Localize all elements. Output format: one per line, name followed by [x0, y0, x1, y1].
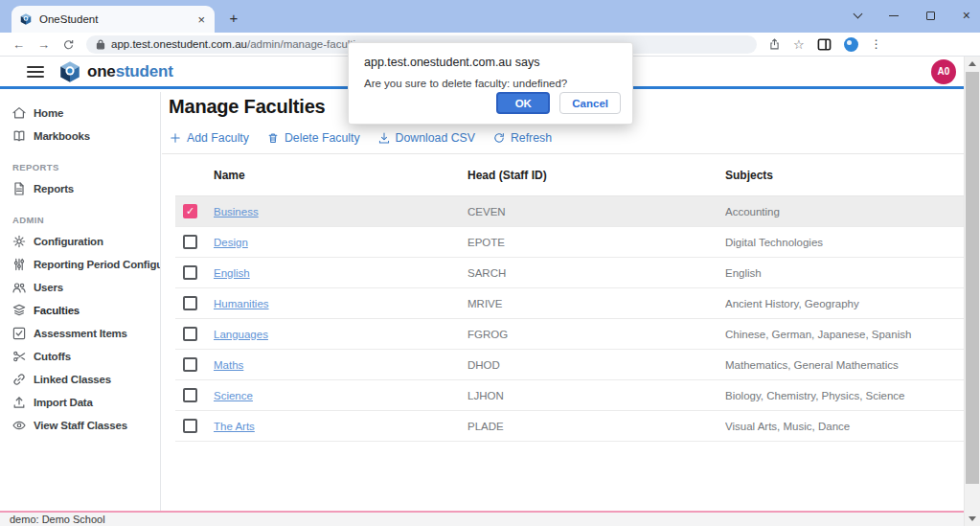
sidebar-item-cutoffs[interactable]: Cutoffs: [11, 345, 160, 368]
url-domain: app.test.onestudent.com.au: [111, 38, 247, 50]
faculty-name-link[interactable]: Languages: [214, 329, 268, 340]
profile-icon[interactable]: [844, 37, 858, 52]
browser-tab[interactable]: OneStudent ×: [11, 6, 215, 33]
faculty-name-link[interactable]: Maths: [214, 359, 243, 371]
refresh-icon: [492, 131, 506, 145]
sidebar-item-view-staff-classes[interactable]: View Staff Classes: [11, 414, 160, 437]
sidebar-item-label: Reports: [34, 183, 74, 194]
forward-icon[interactable]: →: [37, 38, 50, 51]
faculty-head-cell: EPOTE: [467, 237, 725, 248]
ok-button[interactable]: OK: [496, 92, 550, 114]
refresh-button[interactable]: Refresh: [492, 131, 552, 145]
sidebar-item-home[interactable]: Home: [11, 102, 160, 125]
faculty-name-link[interactable]: The Arts: [214, 421, 255, 432]
user-avatar[interactable]: A0: [931, 59, 956, 84]
delete-faculty-button[interactable]: Delete Faculty: [266, 131, 360, 145]
faculty-head-cell: SARCH: [467, 267, 725, 279]
column-header-name: Name: [214, 169, 467, 182]
download-icon: [377, 131, 391, 145]
row-checkbox[interactable]: ✓: [183, 204, 197, 218]
faculty-name-cell: The Arts: [214, 421, 467, 432]
row-checkbox[interactable]: [183, 296, 197, 310]
toolbar-button-label: Refresh: [511, 131, 552, 145]
hamburger-menu-icon[interactable]: [27, 66, 44, 78]
confirm-dialog: app.test.onestudent.com.au says Are you …: [348, 42, 633, 125]
column-header-head: Head (Staff ID): [467, 169, 725, 182]
row-checkbox[interactable]: [183, 419, 197, 433]
column-header-subjects: Subjects: [725, 169, 964, 182]
faculty-head-cell: LJHON: [467, 390, 725, 401]
faculty-name-cell: Languages: [214, 329, 467, 340]
faculty-name-link[interactable]: English: [214, 267, 250, 279]
side-panel-icon[interactable]: [817, 38, 832, 51]
document-icon: [11, 181, 27, 196]
sidebar-nav: HomeMarkbooksREPORTSReportsADMINConfigur…: [0, 92, 161, 511]
row-checkbox[interactable]: [183, 388, 197, 402]
row-checkbox[interactable]: [183, 357, 197, 372]
dialog-source-text: app.test.onestudent.com.au says: [364, 56, 617, 69]
faculty-name-link[interactable]: Design: [214, 237, 248, 248]
sidebar-item-linked-classes[interactable]: Linked Classes: [11, 368, 160, 391]
close-icon[interactable]: ×: [963, 9, 970, 22]
reload-icon[interactable]: [62, 38, 75, 51]
scrollbar-thumb[interactable]: [966, 72, 979, 484]
faculty-name-link[interactable]: Humanities: [214, 298, 269, 309]
sidebar-item-label: Markbooks: [34, 130, 90, 142]
faculty-subjects-cell: Visual Arts, Music, Dance: [725, 421, 964, 432]
sidebar-item-reporting-period-configuration[interactable]: Reporting Period Configuration: [11, 253, 160, 276]
table-row: HumanitiesMRIVEAncient History, Geograph…: [175, 288, 964, 319]
scroll-down-arrow-icon[interactable]: [965, 512, 980, 526]
share-icon[interactable]: [768, 38, 781, 51]
brand-wordmark: onestudent: [87, 62, 173, 81]
sidebar-item-label: Assessment Items: [34, 328, 127, 339]
row-checkbox[interactable]: [183, 235, 197, 249]
sidebar-item-reports[interactable]: Reports: [11, 177, 160, 200]
sidebar-item-markbooks[interactable]: Markbooks: [11, 125, 160, 148]
faculty-name-link[interactable]: Business: [214, 206, 259, 217]
browser-menu-icon[interactable]: ⋮: [871, 37, 882, 51]
toolbar-button-label: Delete Faculty: [285, 131, 360, 145]
eye-icon: [11, 418, 27, 433]
dialog-actions: OK Cancel: [496, 92, 621, 114]
cancel-button[interactable]: Cancel: [559, 92, 621, 114]
tab-title: OneStudent: [39, 13, 189, 25]
row-checkbox-cell: [175, 388, 214, 402]
tab-close-icon[interactable]: ×: [195, 12, 207, 27]
row-checkbox-cell: [175, 296, 214, 310]
row-checkbox[interactable]: [183, 327, 197, 341]
faculties-table-body: ✓BusinessCEVENAccountingDesignEPOTEDigit…: [175, 196, 964, 442]
add-faculty-button[interactable]: Add Faculty: [169, 131, 249, 145]
app-logo[interactable]: onestudent: [57, 59, 173, 84]
bookmark-star-icon[interactable]: ☆: [793, 37, 805, 52]
table-row: DesignEPOTEDigital Technologies: [175, 227, 964, 258]
minimize-icon[interactable]: [889, 15, 899, 16]
scroll-up-arrow-icon[interactable]: [965, 57, 980, 71]
sidebar-item-assessment-items[interactable]: Assessment Items: [11, 322, 160, 345]
page-scrollbar[interactable]: [964, 57, 980, 526]
book-icon: [11, 128, 27, 144]
brand-student: student: [116, 62, 173, 80]
sidebar-item-users[interactable]: Users: [11, 276, 160, 299]
restore-icon[interactable]: [926, 11, 935, 20]
window-controls: ×: [855, 0, 970, 31]
row-checkbox-cell: [175, 357, 214, 372]
upload-icon: [11, 395, 27, 410]
back-icon[interactable]: ←: [12, 38, 25, 51]
trash-icon: [266, 131, 280, 145]
new-tab-button[interactable]: +: [222, 6, 245, 29]
tab-search-icon[interactable]: [853, 10, 862, 19]
dialog-message: Are you sure to delete faculty: undefine…: [364, 78, 617, 89]
row-checkbox[interactable]: [183, 265, 197, 280]
sidebar-item-configuration[interactable]: Configuration: [11, 230, 160, 253]
users-icon: [11, 280, 27, 295]
download-csv-button[interactable]: Download CSV: [377, 131, 475, 145]
faculty-name-cell: Maths: [214, 359, 467, 371]
sidebar-item-import-data[interactable]: Import Data: [11, 391, 160, 414]
faculty-head-cell: FGROG: [467, 329, 725, 340]
sidebar-item-faculties[interactable]: Faculties: [11, 299, 160, 322]
faculty-name-link[interactable]: Science: [214, 390, 253, 401]
table-row: The ArtsPLADEVisual Arts, Music, Dance: [175, 411, 964, 442]
sidebar-section-label-admin: ADMIN: [12, 215, 160, 225]
plus-icon: [169, 131, 182, 145]
browser-window: OneStudent × + × ← → app.test.onestudent…: [0, 0, 980, 526]
